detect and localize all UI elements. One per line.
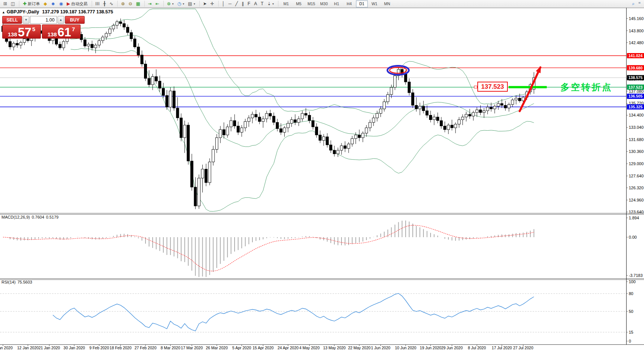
candlestick [276,122,279,129]
volume-decrease-button[interactable]: ▼ [23,16,29,24]
candlestick [226,127,229,135]
candlestick [16,43,19,45]
new-order-button-label: 新订单 [27,1,40,7]
volume-input[interactable] [30,16,57,24]
candlestick [87,44,90,46]
volume-increase-button[interactable]: ▲ [58,16,64,24]
buy-price-display[interactable]: 138617 [42,24,81,39]
candlestick [447,125,450,130]
date-tick-label: 12 Jan 2020 [17,346,39,350]
text-button[interactable]: A [252,0,259,7]
candlestick [190,161,193,187]
templates-button[interactable]: ▤▾ [186,0,197,7]
sell-price-display[interactable]: 138575 [2,24,41,39]
buy-button[interactable]: BUY [65,16,85,24]
candlestick [497,104,500,106]
chart-shift-button[interactable]: ⇤ [154,0,161,7]
candlestick [408,82,411,93]
candlestick [340,146,343,150]
timeframe-h1[interactable]: H1 [331,0,343,7]
support-zone-bar[interactable] [509,86,547,88]
candlestick-chart-button[interactable]: ╂ [101,0,108,7]
rsi-tick-label: 100 [629,279,635,284]
timeframe-mn[interactable]: MN [381,0,393,7]
fibonacci-icon: F [248,1,250,6]
candlestick [201,169,204,178]
search-button[interactable]: ⌕ [630,0,637,7]
signals-button[interactable]: ◉ [57,0,65,7]
candlestick [151,76,154,85]
market-watch-button[interactable]: ⊞ [1,0,9,7]
sell-button[interactable]: SELL [2,16,22,24]
chevron-down-icon: ▾ [183,2,184,6]
candlestick [9,42,12,47]
autotrading-button[interactable]: ▶自动交易 [65,0,89,7]
date-tick-label: 17 Jul 2020 [492,346,512,350]
price-tick-label: 126.320 [629,186,644,190]
price-tag-label[interactable]: 137.523 [477,82,508,92]
bid-price-badge-text: 138.575 [628,75,643,80]
date-tick-label: 21 Jan 2020 [39,346,60,350]
zoom-out-button[interactable]: ⊖ [127,0,134,7]
chart-title: ▲GBPJPY-,Daily137.279 139.187 136.777 13… [2,9,113,14]
candlestick [287,123,290,128]
horizontal-line-button[interactable]: ─ [226,0,233,7]
auto-scroll-button[interactable]: ⇥ [146,0,154,7]
candlestick [176,108,179,118]
candlestick [347,144,350,148]
date-tick-label: 15 Apr 2020 [252,346,274,350]
clock-icon: ◷ [177,1,181,6]
price-chart[interactable]: 145.160143.800142.480138.440137.080135.7… [0,0,644,350]
fibonacci-button[interactable]: F [246,0,252,7]
timeframe-w1[interactable]: W1 [369,0,380,7]
candlestick [519,98,521,101]
text-label-button[interactable]: T [259,0,265,7]
timeframe-h4[interactable]: H4 [343,0,355,7]
styler-button[interactable]: ◆ [42,0,49,7]
candlestick [130,33,133,39]
candlestick [315,127,318,135]
candlestick [319,135,321,141]
candlestick [279,129,282,133]
vertical-line-button[interactable]: │ [220,0,227,7]
candlestick [84,40,86,46]
trendline-button[interactable]: ╱ [233,0,240,7]
candlestick [458,120,460,124]
collapse-panel-icon[interactable]: ▲ [2,10,5,14]
periodicity-button[interactable]: ◷▾ [176,0,186,7]
equidistant-channel-button[interactable]: ∥ [240,0,246,7]
candlestick [141,55,143,64]
arrows-button[interactable]: ⇣▾ [265,0,276,7]
chat-button[interactable]: ❝ [637,0,643,7]
line-chart-button[interactable]: ∿ [108,0,115,7]
timeframe-m1[interactable]: M1 [280,0,292,7]
timeframe-m30[interactable]: M30 [318,0,330,7]
price-tick-label: 145.160 [629,16,644,21]
price-tick-label: 130.360 [629,149,644,154]
timeframe-m15[interactable]: M15 [305,0,317,7]
date-tick-label: 5 Apr 2020 [232,346,251,350]
tile-windows-button[interactable]: ▦ [134,0,142,7]
date-tick-label: 10 Jun 2020 [395,346,416,350]
crosshair-button[interactable]: ✛ [209,0,216,7]
add-indicator-button[interactable]: ⊕▾ [165,0,176,7]
candlestick [283,128,286,132]
macd-tick-label: 1.894 [629,216,639,220]
candlestick [237,126,239,132]
timeframe-m5[interactable]: M5 [293,0,305,7]
candlestick [330,145,332,150]
candlestick [333,150,336,154]
date-tick-label: 30 Jan 2020 [63,346,85,350]
community-button[interactable]: ☻ [49,0,58,7]
candlestick [297,119,300,122]
candlestick [183,125,186,138]
turning-point-label[interactable]: 多空转折点 [560,81,612,93]
new-order-button[interactable]: ✚新订单 [21,0,42,7]
price-tick-label: 133.040 [629,125,644,130]
cursor-button[interactable]: ➤ [201,0,209,7]
bar-chart-button[interactable]: ☰ [94,0,101,7]
zoom-in-button[interactable]: ⊕ [119,0,127,7]
candlestick [479,110,482,112]
timeframe-d1[interactable]: D1 [356,0,368,7]
data-window-button[interactable]: ◫ [9,0,17,7]
